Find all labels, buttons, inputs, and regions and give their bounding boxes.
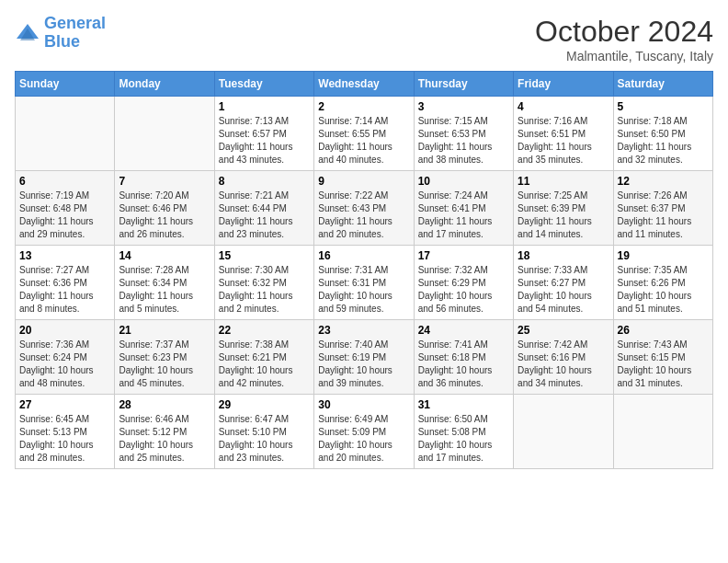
day-number: 26 xyxy=(618,324,709,337)
logo: General Blue xyxy=(15,15,106,52)
day-number: 16 xyxy=(318,249,409,262)
day-info: Sunrise: 6:47 AM Sunset: 5:10 PM Dayligh… xyxy=(219,413,310,465)
day-info: Sunrise: 7:28 AM Sunset: 6:34 PM Dayligh… xyxy=(119,264,210,316)
day-cell: 9Sunrise: 7:22 AM Sunset: 6:43 PM Daylig… xyxy=(314,171,414,246)
day-number: 27 xyxy=(19,398,110,411)
day-number: 10 xyxy=(418,175,509,188)
day-info: Sunrise: 7:42 AM Sunset: 6:16 PM Dayligh… xyxy=(518,339,609,390)
day-number: 8 xyxy=(219,175,310,188)
day-cell: 19Sunrise: 7:35 AM Sunset: 6:26 PM Dayli… xyxy=(613,246,712,320)
weekday-header-thursday: Thursday xyxy=(414,72,513,97)
day-cell xyxy=(514,395,613,469)
day-cell: 22Sunrise: 7:38 AM Sunset: 6:21 PM Dayli… xyxy=(214,320,313,395)
location-subtitle: Malmantile, Tuscany, Italy xyxy=(535,49,713,63)
week-row-1: 1Sunrise: 7:13 AM Sunset: 6:57 PM Daylig… xyxy=(16,97,713,171)
day-cell: 7Sunrise: 7:20 AM Sunset: 6:46 PM Daylig… xyxy=(115,171,214,246)
day-number: 21 xyxy=(119,324,210,337)
day-number: 14 xyxy=(119,249,210,262)
day-info: Sunrise: 7:31 AM Sunset: 6:31 PM Dayligh… xyxy=(318,264,409,316)
weekday-header-wednesday: Wednesday xyxy=(314,72,414,97)
logo-text: General Blue xyxy=(44,15,106,52)
day-cell: 25Sunrise: 7:42 AM Sunset: 6:16 PM Dayli… xyxy=(514,320,613,395)
logo-general: General xyxy=(44,14,106,32)
day-cell: 3Sunrise: 7:15 AM Sunset: 6:53 PM Daylig… xyxy=(414,97,513,171)
day-cell: 21Sunrise: 7:37 AM Sunset: 6:23 PM Dayli… xyxy=(115,320,214,395)
day-number: 24 xyxy=(418,324,509,337)
day-number: 18 xyxy=(518,249,609,262)
day-number: 11 xyxy=(518,175,609,188)
day-cell: 30Sunrise: 6:49 AM Sunset: 5:09 PM Dayli… xyxy=(314,395,414,469)
day-number: 1 xyxy=(219,100,310,113)
day-number: 19 xyxy=(618,249,709,262)
day-info: Sunrise: 7:18 AM Sunset: 6:50 PM Dayligh… xyxy=(618,115,709,167)
weekday-header-row: SundayMondayTuesdayWednesdayThursdayFrid… xyxy=(16,72,713,97)
day-cell: 8Sunrise: 7:21 AM Sunset: 6:44 PM Daylig… xyxy=(214,171,313,246)
day-info: Sunrise: 7:14 AM Sunset: 6:55 PM Dayligh… xyxy=(318,115,409,167)
day-number: 17 xyxy=(418,249,509,262)
day-cell xyxy=(613,395,712,469)
calendar-header: SundayMondayTuesdayWednesdayThursdayFrid… xyxy=(16,72,713,97)
day-number: 31 xyxy=(418,398,509,411)
day-number: 15 xyxy=(219,249,310,262)
day-number: 29 xyxy=(219,398,310,411)
day-info: Sunrise: 7:15 AM Sunset: 6:53 PM Dayligh… xyxy=(418,115,509,167)
day-cell: 17Sunrise: 7:32 AM Sunset: 6:29 PM Dayli… xyxy=(414,246,513,320)
day-cell: 20Sunrise: 7:36 AM Sunset: 6:24 PM Dayli… xyxy=(16,320,115,395)
day-number: 30 xyxy=(318,398,409,411)
day-info: Sunrise: 7:20 AM Sunset: 6:46 PM Dayligh… xyxy=(119,190,210,241)
day-cell: 18Sunrise: 7:33 AM Sunset: 6:27 PM Dayli… xyxy=(514,246,613,320)
day-cell: 5Sunrise: 7:18 AM Sunset: 6:50 PM Daylig… xyxy=(613,97,712,171)
day-info: Sunrise: 7:19 AM Sunset: 6:48 PM Dayligh… xyxy=(19,190,110,241)
logo-icon xyxy=(15,20,40,46)
title-block: October 2024 Malmantile, Tuscany, Italy xyxy=(535,15,713,63)
day-cell: 23Sunrise: 7:40 AM Sunset: 6:19 PM Dayli… xyxy=(314,320,414,395)
day-cell: 4Sunrise: 7:16 AM Sunset: 6:51 PM Daylig… xyxy=(514,97,613,171)
day-info: Sunrise: 6:49 AM Sunset: 5:09 PM Dayligh… xyxy=(318,413,409,465)
day-info: Sunrise: 7:21 AM Sunset: 6:44 PM Dayligh… xyxy=(219,190,310,241)
day-number: 7 xyxy=(119,175,210,188)
day-number: 3 xyxy=(418,100,509,113)
day-info: Sunrise: 7:24 AM Sunset: 6:41 PM Dayligh… xyxy=(418,190,509,241)
day-info: Sunrise: 7:43 AM Sunset: 6:15 PM Dayligh… xyxy=(618,339,709,390)
calendar-table: SundayMondayTuesdayWednesdayThursdayFrid… xyxy=(15,71,713,469)
calendar-body: 1Sunrise: 7:13 AM Sunset: 6:57 PM Daylig… xyxy=(16,97,713,469)
day-cell xyxy=(115,97,214,171)
day-number: 5 xyxy=(618,100,709,113)
day-info: Sunrise: 7:40 AM Sunset: 6:19 PM Dayligh… xyxy=(318,339,409,390)
day-info: Sunrise: 6:46 AM Sunset: 5:12 PM Dayligh… xyxy=(119,413,210,465)
day-number: 9 xyxy=(318,175,409,188)
day-number: 28 xyxy=(119,398,210,411)
day-info: Sunrise: 7:36 AM Sunset: 6:24 PM Dayligh… xyxy=(19,339,110,390)
day-cell: 24Sunrise: 7:41 AM Sunset: 6:18 PM Dayli… xyxy=(414,320,513,395)
week-row-3: 13Sunrise: 7:27 AM Sunset: 6:36 PM Dayli… xyxy=(16,246,713,320)
month-title: October 2024 xyxy=(535,15,713,49)
day-info: Sunrise: 6:45 AM Sunset: 5:13 PM Dayligh… xyxy=(19,413,110,465)
week-row-4: 20Sunrise: 7:36 AM Sunset: 6:24 PM Dayli… xyxy=(16,320,713,395)
logo-blue: Blue xyxy=(44,32,80,51)
day-cell: 14Sunrise: 7:28 AM Sunset: 6:34 PM Dayli… xyxy=(115,246,214,320)
day-info: Sunrise: 7:25 AM Sunset: 6:39 PM Dayligh… xyxy=(518,190,609,241)
day-cell: 12Sunrise: 7:26 AM Sunset: 6:37 PM Dayli… xyxy=(613,171,712,246)
day-number: 12 xyxy=(618,175,709,188)
day-number: 22 xyxy=(219,324,310,337)
day-info: Sunrise: 7:22 AM Sunset: 6:43 PM Dayligh… xyxy=(318,190,409,241)
week-row-5: 27Sunrise: 6:45 AM Sunset: 5:13 PM Dayli… xyxy=(16,395,713,469)
day-cell: 11Sunrise: 7:25 AM Sunset: 6:39 PM Dayli… xyxy=(514,171,613,246)
day-number: 2 xyxy=(318,100,409,113)
day-cell xyxy=(16,97,115,171)
day-info: Sunrise: 7:41 AM Sunset: 6:18 PM Dayligh… xyxy=(418,339,509,390)
day-info: Sunrise: 7:33 AM Sunset: 6:27 PM Dayligh… xyxy=(518,264,609,316)
day-cell: 2Sunrise: 7:14 AM Sunset: 6:55 PM Daylig… xyxy=(314,97,414,171)
day-cell: 10Sunrise: 7:24 AM Sunset: 6:41 PM Dayli… xyxy=(414,171,513,246)
day-info: Sunrise: 7:27 AM Sunset: 6:36 PM Dayligh… xyxy=(19,264,110,316)
day-cell: 29Sunrise: 6:47 AM Sunset: 5:10 PM Dayli… xyxy=(214,395,313,469)
day-info: Sunrise: 7:13 AM Sunset: 6:57 PM Dayligh… xyxy=(219,115,310,167)
day-cell: 27Sunrise: 6:45 AM Sunset: 5:13 PM Dayli… xyxy=(16,395,115,469)
day-cell: 13Sunrise: 7:27 AM Sunset: 6:36 PM Dayli… xyxy=(16,246,115,320)
day-info: Sunrise: 6:50 AM Sunset: 5:08 PM Dayligh… xyxy=(418,413,509,465)
day-cell: 31Sunrise: 6:50 AM Sunset: 5:08 PM Dayli… xyxy=(414,395,513,469)
day-info: Sunrise: 7:38 AM Sunset: 6:21 PM Dayligh… xyxy=(219,339,310,390)
day-cell: 1Sunrise: 7:13 AM Sunset: 6:57 PM Daylig… xyxy=(214,97,313,171)
day-cell: 28Sunrise: 6:46 AM Sunset: 5:12 PM Dayli… xyxy=(115,395,214,469)
day-number: 4 xyxy=(518,100,609,113)
